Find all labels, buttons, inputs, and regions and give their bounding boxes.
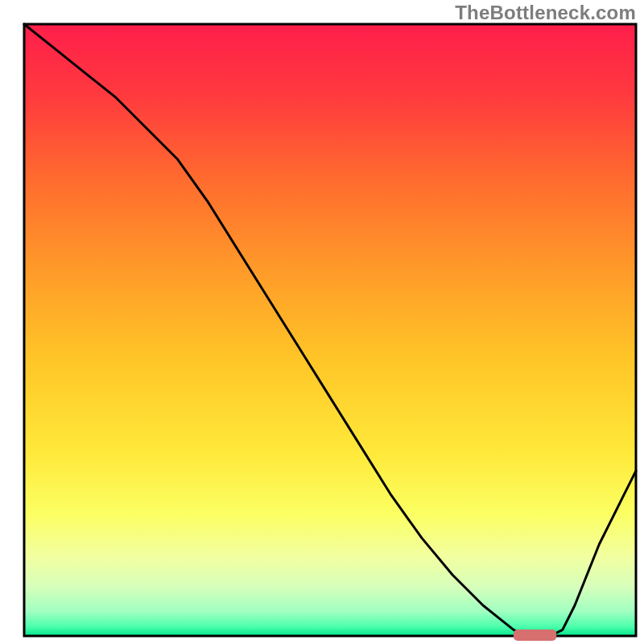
plot-background [24, 24, 636, 636]
optimal-marker [514, 630, 556, 641]
bottleneck-curve-chart [0, 0, 644, 644]
chart-container: TheBottleneck.com [0, 0, 644, 644]
